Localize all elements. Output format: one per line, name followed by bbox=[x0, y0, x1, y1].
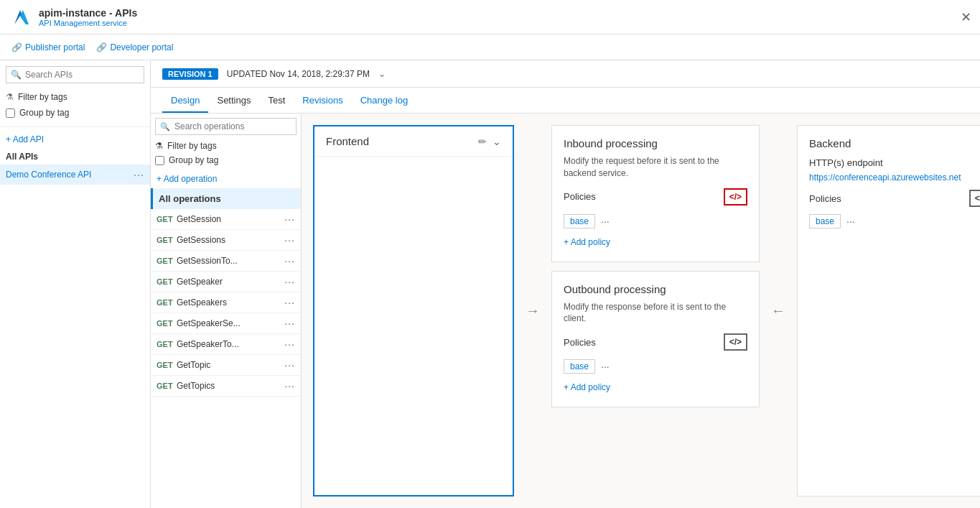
op-name-getsessionto: GetSessionTo... bbox=[177, 256, 284, 266]
op-name-getspeaker: GetSpeaker bbox=[177, 277, 284, 287]
revision-bar: REVISION 1 UPDATED Nov 14, 2018, 2:29:37… bbox=[151, 60, 980, 88]
search-apis-input[interactable] bbox=[6, 66, 144, 83]
op-method-getspeakers: GET bbox=[157, 298, 177, 307]
tab-changelog[interactable]: Change log bbox=[352, 89, 417, 113]
op-more-getspeaker[interactable]: ··· bbox=[284, 276, 295, 287]
op-more-gettopic[interactable]: ··· bbox=[284, 359, 295, 371]
ops-group-by-label: Group by tag bbox=[169, 155, 218, 165]
inbound-processing-panel: Inbound processing Modify the request be… bbox=[551, 125, 760, 262]
backend-url: https://conferenceapi.azurewebsites.net bbox=[809, 172, 980, 183]
ops-group-by-checkbox[interactable] bbox=[155, 156, 164, 165]
ops-group-by: Group by tag bbox=[151, 152, 301, 170]
backend-title: Backend bbox=[809, 137, 980, 149]
backend-endpoint-section: HTTP(s) endpoint ✏ https://conferenceapi… bbox=[809, 157, 980, 183]
operation-item-getsessions[interactable]: GET GetSessions ··· bbox=[151, 230, 301, 251]
op-method-gettopic: GET bbox=[157, 361, 177, 369]
ops-filter-icon: ⚗ bbox=[155, 141, 163, 151]
operation-item-getsession[interactable]: GET GetSession ··· bbox=[151, 209, 301, 230]
arrow-left-icon: ← bbox=[771, 303, 785, 319]
op-more-getspeakerse[interactable]: ··· bbox=[284, 318, 295, 329]
inbound-policies-label: Policies bbox=[564, 191, 596, 202]
revision-badge: REVISION 1 bbox=[162, 68, 218, 80]
operation-item-getspeakerse[interactable]: GET GetSpeakerSe... ··· bbox=[151, 313, 301, 334]
tabs-bar: Design Settings Test Revisions Change lo… bbox=[151, 88, 980, 114]
inbound-title: Inbound processing bbox=[564, 137, 747, 149]
op-more-getsessionto[interactable]: ··· bbox=[284, 255, 295, 267]
op-method-getsessions: GET bbox=[157, 236, 177, 244]
backend-code-icon-button[interactable]: </> bbox=[969, 190, 980, 207]
inbound-base-tag[interactable]: base bbox=[564, 214, 595, 228]
operation-item-gettopics[interactable]: GET GetTopics ··· bbox=[151, 376, 301, 397]
all-operations-label: All operations bbox=[159, 193, 221, 204]
app-icon bbox=[9, 6, 32, 29]
op-method-getsessionto: GET bbox=[157, 257, 177, 265]
outbound-add-policy-label: + Add policy bbox=[564, 382, 610, 392]
backend-panel: Backend HTTP(s) endpoint ✏ https://confe… bbox=[797, 125, 980, 497]
tab-design[interactable]: Design bbox=[162, 89, 208, 113]
revision-chevron-icon[interactable]: ⌄ bbox=[378, 69, 386, 79]
frontend-title: Frontend bbox=[326, 135, 369, 147]
main-layout: 🔍 ⚗ Filter by tags Group by tag + Add AP… bbox=[0, 60, 980, 508]
api-list-item[interactable]: Demo Conference API ··· bbox=[0, 165, 150, 185]
operation-item-getspeakerto[interactable]: GET GetSpeakerTo... ··· bbox=[151, 334, 301, 355]
revision-updated: UPDATED Nov 14, 2018, 2:29:37 PM bbox=[227, 69, 370, 79]
inbound-description: Modify the request before it is sent to … bbox=[564, 155, 747, 180]
svg-rect-0 bbox=[9, 6, 32, 29]
operation-item-getspeakers[interactable]: GET GetSpeakers ··· bbox=[151, 292, 301, 313]
op-more-getsessions[interactable]: ··· bbox=[284, 234, 295, 246]
outbound-title: Outbound processing bbox=[564, 283, 747, 295]
sidebar-group-by-label: Group by tag bbox=[19, 108, 69, 118]
backend-endpoint-row: HTTP(s) endpoint ✏ bbox=[809, 157, 980, 168]
backend-policy-more[interactable]: ··· bbox=[846, 216, 855, 227]
sidebar-filter-label: Filter by tags bbox=[18, 92, 67, 102]
publisher-portal-label: Publisher portal bbox=[25, 42, 85, 52]
all-operations-item[interactable]: All operations bbox=[151, 188, 301, 209]
add-api-button[interactable]: + Add API bbox=[0, 130, 150, 149]
add-operation-button[interactable]: + Add operation bbox=[151, 170, 223, 188]
tab-settings[interactable]: Settings bbox=[208, 89, 259, 113]
tab-test[interactable]: Test bbox=[259, 89, 294, 113]
ops-filter[interactable]: ⚗ Filter by tags bbox=[151, 139, 301, 152]
inbound-add-policy-label: + Add policy bbox=[564, 237, 610, 247]
op-more-getspeakerto[interactable]: ··· bbox=[284, 338, 295, 350]
close-button[interactable]: ✕ bbox=[961, 9, 971, 25]
operation-item-gettopic[interactable]: GET GetTopic ··· bbox=[151, 355, 301, 376]
outbound-policies-row: Policies </> bbox=[564, 333, 747, 351]
title-text: apim-instance - APIs API Management serv… bbox=[39, 7, 137, 27]
outbound-add-policy-button[interactable]: + Add policy bbox=[564, 379, 747, 395]
sidebar-group-by: Group by tag bbox=[0, 105, 150, 124]
top-nav: 🔗 Publisher portal 🔗 Developer portal bbox=[0, 34, 980, 60]
sidebar-filter[interactable]: ⚗ Filter by tags bbox=[0, 89, 150, 105]
operation-item-getspeaker[interactable]: GET GetSpeaker ··· bbox=[151, 272, 301, 292]
frontend-chevron-icon[interactable]: ⌄ bbox=[493, 136, 501, 147]
publisher-portal-link[interactable]: 🔗 Publisher portal bbox=[11, 42, 85, 52]
developer-portal-link[interactable]: 🔗 Developer portal bbox=[96, 42, 173, 52]
search-operations-input[interactable] bbox=[155, 118, 297, 135]
outbound-policy-row: base ··· bbox=[564, 359, 747, 374]
backend-base-tag[interactable]: base bbox=[809, 214, 841, 228]
tab-revisions[interactable]: Revisions bbox=[294, 89, 351, 113]
inbound-policy-more[interactable]: ··· bbox=[601, 216, 610, 227]
op-more-gettopics[interactable]: ··· bbox=[284, 380, 295, 392]
inbound-code-icon-button[interactable]: </> bbox=[724, 188, 747, 205]
group-by-checkbox[interactable] bbox=[6, 108, 15, 118]
api-item-more[interactable]: ··· bbox=[134, 169, 144, 180]
op-name-gettopics: GetTopics bbox=[177, 381, 284, 391]
outbound-code-icon-button[interactable]: </> bbox=[724, 333, 747, 351]
inbound-add-policy-button[interactable]: + Add policy bbox=[564, 234, 747, 250]
outbound-base-tag[interactable]: base bbox=[564, 359, 595, 374]
content-area: REVISION 1 UPDATED Nov 14, 2018, 2:29:37… bbox=[151, 60, 980, 508]
op-name-getspeakerto: GetSpeakerTo... bbox=[177, 339, 284, 349]
outbound-policy-more[interactable]: ··· bbox=[601, 361, 610, 372]
app-subtitle: API Management service bbox=[39, 19, 137, 27]
sidebar-divider bbox=[0, 126, 150, 127]
sidebar-search-icon: 🔍 bbox=[11, 70, 22, 80]
operation-item-getsessionto[interactable]: GET GetSessionTo... ··· bbox=[151, 251, 301, 272]
op-method-getspeakerto: GET bbox=[157, 340, 177, 348]
op-more-getsession[interactable]: ··· bbox=[284, 213, 295, 225]
op-name-getspeakers: GetSpeakers bbox=[177, 297, 284, 308]
frontend-panel-header: Frontend ✏ ⌄ bbox=[314, 126, 513, 157]
arrow-right-icon: → bbox=[526, 303, 540, 319]
frontend-edit-icon[interactable]: ✏ bbox=[478, 136, 487, 147]
op-more-getspeakers[interactable]: ··· bbox=[284, 297, 295, 308]
